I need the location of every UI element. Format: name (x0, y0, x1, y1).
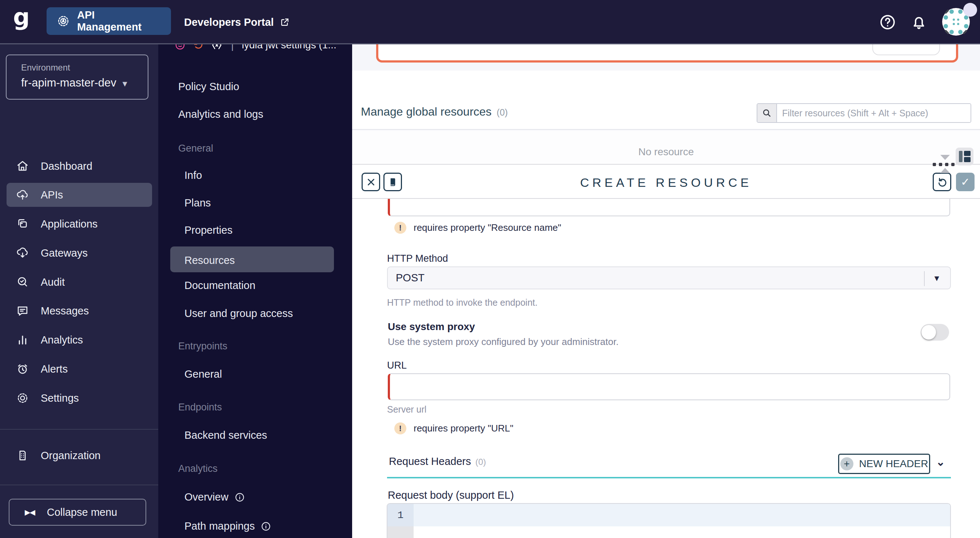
panel-resize-handle[interactable] (933, 153, 958, 175)
menu-label: Policy Studio (178, 81, 239, 93)
menu-label: Plans (185, 197, 211, 209)
headers-divider (387, 477, 951, 478)
url-warning: ! requires property "URL" (395, 422, 513, 435)
api-menu-plans[interactable]: Plans (185, 197, 211, 209)
organization-icon (15, 448, 30, 463)
api-menu-backend-services[interactable]: Backend services (185, 429, 267, 441)
api-menu-properties[interactable]: Properties (185, 224, 232, 236)
notifications-button[interactable] (909, 12, 929, 32)
create-resource-dialog: CREATE RESOURCE ✓ ! requires property "R… (352, 164, 980, 538)
request-body-editor[interactable]: 1 (387, 503, 951, 538)
info-icon (234, 492, 245, 503)
headers-expand-chevron[interactable]: ⌄ (936, 455, 945, 468)
cloud-upload-icon (15, 187, 30, 202)
filter-resources-input[interactable] (777, 104, 970, 122)
section-label: Analytics (178, 463, 218, 474)
api-menu-general-entrypoints[interactable]: General (185, 368, 222, 380)
environment-sidebar: Environment fr-apim-master-dev ▼ Dashboa… (0, 44, 158, 538)
api-menu-resources[interactable]: Resources (185, 254, 235, 267)
drag-dots-icon (933, 163, 955, 166)
environment-select[interactable]: Environment fr-apim-master-dev ▼ (6, 54, 148, 100)
sidebar-item-dashboard[interactable]: Dashboard (6, 154, 152, 178)
code-x-icon (211, 44, 223, 51)
resource-name-input[interactable] (388, 199, 950, 216)
layout-icon (959, 151, 963, 162)
sidebar-item-apis[interactable]: APIs (6, 183, 152, 207)
developers-portal-link[interactable]: Developers Portal (184, 0, 290, 44)
request-headers-row: Request Headers (0) (389, 455, 486, 468)
api-menu-section-entrypoints: Entrypoints (178, 341, 228, 352)
resource-count-badge: (0) (496, 107, 508, 118)
chevron-down-icon: ▼ (933, 274, 941, 283)
use-system-proxy-label: Use system proxy (388, 321, 475, 333)
sidebar-item-label: Organization (41, 450, 100, 462)
new-header-button[interactable]: + NEW HEADER (838, 454, 930, 474)
help-button[interactable] (877, 12, 898, 32)
http-method-select[interactable]: POST ▼ (387, 267, 951, 289)
sidebar-item-organization[interactable]: Organization (6, 443, 152, 468)
sidebar-item-audit[interactable]: Audit (6, 270, 152, 294)
api-menu-info[interactable]: Info (185, 170, 202, 181)
sidebar-item-alerts[interactable]: Alerts (6, 357, 152, 381)
api-menu-user-group-access[interactable]: User and group access (185, 308, 293, 319)
http-method-label: HTTP Method (387, 253, 448, 264)
sidebar-item-label: Gateways (41, 247, 88, 259)
cloud-download-icon (15, 246, 30, 260)
api-menu-path-mappings[interactable]: Path mappings (185, 520, 271, 532)
menu-label: Properties (185, 224, 232, 236)
bar-chart-icon (15, 333, 30, 347)
api-menu-section-analytics: Analytics (178, 463, 218, 475)
editor-active-line[interactable] (414, 504, 950, 526)
sidebar-item-label: Audit (41, 276, 65, 288)
sidebar-item-settings[interactable]: Settings (6, 386, 152, 410)
reset-form-button[interactable] (933, 173, 951, 191)
api-menu-section-endpoints: Endpoints (178, 402, 222, 413)
sidebar-item-analytics[interactable]: Analytics (6, 328, 152, 352)
menu-label: Resources (185, 254, 235, 267)
api-management-label: API Management (77, 9, 162, 33)
api-menu-overview[interactable]: Overview (185, 491, 245, 503)
sidebar-item-messages[interactable]: Messages (6, 299, 152, 323)
use-system-proxy-toggle[interactable] (921, 324, 949, 341)
api-menu-sidebar: | lydia jwt settings (1... Policy Studio… (158, 44, 352, 538)
section-label: Endpoints (178, 402, 222, 413)
environment-label: Environment (21, 62, 148, 73)
out-of-sync-icon (192, 44, 204, 51)
sidebar-item-applications[interactable]: Applications (6, 212, 152, 236)
url-input[interactable] (388, 373, 950, 400)
menu-label: Info (185, 170, 202, 181)
copy-windows-icon (15, 217, 30, 231)
api-management-switch[interactable]: API Management (46, 7, 171, 35)
warning-icon: ! (395, 422, 406, 435)
menu-label: User and group access (185, 308, 293, 319)
sidebar-item-label: Alerts (41, 363, 68, 375)
sidebar-divider (0, 484, 158, 485)
submit-resource-button[interactable]: ✓ (956, 173, 975, 191)
sidebar-divider (0, 429, 158, 430)
toggle-panel-layout-button[interactable] (956, 148, 974, 165)
warning-icon: ! (395, 222, 406, 234)
api-menu-documentation[interactable]: Documentation (185, 279, 255, 292)
menu-label: Overview (185, 491, 228, 503)
dialog-title: CREATE RESOURCE (352, 176, 980, 190)
menu-label: General (185, 368, 222, 380)
api-menu-policy-studio[interactable]: Policy Studio (178, 81, 239, 93)
external-link-icon (280, 17, 290, 27)
deployment-banner-card (376, 44, 958, 62)
sidebar-item-gateways[interactable]: Gateways (6, 241, 152, 265)
sidebar-item-label: Analytics (41, 334, 83, 346)
card-action-button[interactable] (872, 44, 940, 55)
collapse-menu-button[interactable]: ▶◀ Collapse menu (9, 499, 146, 525)
api-menu-analytics-and-logs[interactable]: Analytics and logs (178, 108, 263, 120)
menu-label: Backend services (185, 429, 267, 441)
gear-icon (15, 391, 30, 405)
url-label: URL (387, 360, 407, 371)
resource-name-warning: ! requires property "Resource name" (395, 222, 561, 234)
url-hint: Server url (387, 404, 426, 415)
warning-text: requires property "URL" (414, 423, 513, 434)
menu-label: Documentation (185, 279, 255, 292)
api-picture-smiley-icon (174, 44, 186, 51)
info-icon (261, 521, 271, 532)
sidebar-item-label: Messages (41, 305, 89, 317)
main-content: Manage global resources (0) No resource … (352, 44, 980, 538)
